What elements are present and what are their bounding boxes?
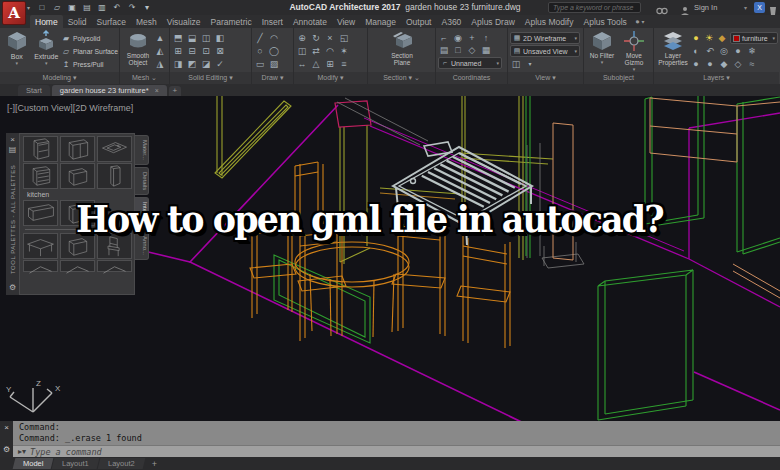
no-filter-caret-icon[interactable]: ▾ — [601, 59, 604, 65]
panel-label-draw[interactable]: Draw ▾ — [252, 72, 293, 84]
panel-label-section[interactable]: Section ▾ ⌄ — [368, 72, 435, 84]
panel-label-modify[interactable]: Modify ▾ — [294, 72, 367, 84]
extrude-button[interactable]: Extrude ▾ — [32, 30, 62, 66]
tool-layer-prev-icon[interactable]: ↶ — [704, 45, 716, 57]
tool-ucs-view-icon[interactable]: ▤ — [438, 44, 450, 56]
ribbon-tab-insert[interactable]: Insert — [257, 15, 288, 28]
palette-tool-cabinet-tall[interactable] — [23, 136, 58, 162]
exchange-apps-icon[interactable]: X — [754, 2, 765, 13]
command-history[interactable]: Command:Command: _.erase 1 found — [13, 421, 780, 445]
qat-qat-dropdown-icon[interactable]: ▾ — [141, 2, 153, 13]
user-icon[interactable] — [680, 2, 692, 13]
tool-layer-freeze-icon[interactable]: ❄ — [746, 45, 758, 57]
palette-close-icon[interactable]: × — [10, 135, 15, 145]
palette-tool-angle[interactable] — [97, 260, 132, 272]
tool-ucs-object-icon[interactable]: □ — [452, 44, 464, 56]
ribbon-tab-view[interactable]: View — [332, 15, 360, 28]
ribbon-tab-surface[interactable]: Surface — [92, 15, 131, 28]
panel-label-solid-editing[interactable]: Solid Editing ▾ — [170, 72, 251, 84]
tool-intersect-icon[interactable]: ◫ — [200, 32, 212, 44]
panel-label-subobject[interactable]: Subobject — [584, 72, 653, 84]
tool-ucs-world-icon[interactable]: ◉ — [452, 32, 464, 44]
palette-tab-details[interactable]: Details — [135, 167, 149, 195]
section-plane-button[interactable]: Section Plane — [382, 30, 422, 66]
panel-label-layers[interactable]: Layers ▾ — [654, 72, 779, 84]
tool-circle-icon[interactable]: ○ — [254, 45, 266, 57]
tool-rectangle-icon[interactable]: ▭ — [254, 58, 266, 70]
palette-tool-cabinet-base[interactable] — [60, 163, 95, 189]
ribbon-tab-parametric[interactable]: Parametric — [206, 15, 257, 28]
tool-array-icon[interactable]: ⊞ — [324, 58, 336, 70]
new-drawing-tab-icon[interactable]: + — [169, 86, 181, 96]
panel-label-coordinates[interactable]: Coordinates — [436, 72, 507, 84]
ribbon-tab-aplus-modify[interactable]: Aplus Modify — [520, 15, 579, 28]
palette-tool-angle[interactable] — [23, 260, 58, 272]
file-tab-start[interactable]: Start — [18, 85, 50, 96]
move-gizmo-button[interactable]: Move Gizmo ▾ — [618, 30, 650, 72]
tool-layer-sun-icon[interactable]: ☀ — [703, 32, 715, 44]
palette-properties-icon[interactable]: ⚙ — [9, 283, 16, 293]
qat-qnew-icon[interactable]: □ — [36, 2, 48, 13]
tool-layer-isolate-icon[interactable]: ◎ — [718, 45, 730, 57]
app-menu-button[interactable]: A — [2, 1, 26, 25]
panel-label-mesh[interactable]: Mesh ⌄ — [120, 72, 169, 84]
tool-line-icon[interactable]: ╱ — [254, 32, 266, 44]
ucs-named-combo[interactable]: ⌐ Unnamed ▾ — [438, 57, 502, 69]
tool-taper-faces-icon[interactable]: ◩ — [186, 58, 198, 70]
ribbon-tab-overflow-icon[interactable]: ⏺ ▾ — [632, 16, 649, 28]
tool-stretch-icon[interactable]: ↔ — [296, 58, 308, 70]
tool-ucs-named-icon[interactable]: ▦ — [480, 44, 492, 56]
tool-ucs-z-axis-icon[interactable]: ↑ — [480, 32, 492, 44]
ribbon-tab-mesh[interactable]: Mesh — [131, 15, 162, 28]
box-caret-icon[interactable]: ▾ — [16, 60, 19, 66]
extrude-caret-icon[interactable]: ▾ — [45, 60, 48, 66]
tool-erase-icon[interactable]: ◱ — [338, 32, 350, 44]
ribbon-tab-output[interactable]: Output — [401, 15, 437, 28]
help-search-input[interactable]: Type a keyword or phrase — [548, 2, 641, 13]
palette-tab-mater[interactable]: Mater... — [135, 135, 149, 165]
panel-label-view[interactable]: View ▾ — [508, 72, 583, 84]
tool-imprint-icon[interactable]: ⊡ — [200, 45, 212, 57]
qat-save-icon[interactable]: ▣ — [66, 2, 78, 13]
ribbon-tab-manage[interactable]: Manage — [360, 15, 401, 28]
layout-tab-layout2[interactable]: Layout2 — [98, 458, 145, 469]
tool-hatch-icon[interactable]: ▨ — [268, 58, 280, 70]
layout-tab-model[interactable]: Model — [13, 458, 54, 469]
palette-autohide-icon[interactable]: ▤ — [9, 145, 17, 155]
tool-layer-lock-icon[interactable]: ◆ — [718, 58, 730, 70]
palette-tool-cabinet-wide[interactable] — [23, 200, 58, 226]
tool-ucs-icon[interactable]: ⌐ — [438, 32, 450, 44]
tool-layer-match-icon[interactable]: ◐ — [690, 45, 702, 57]
ribbon-tab-home[interactable]: Home — [30, 15, 63, 28]
layout-tab-layout1[interactable]: Layout1 — [52, 458, 99, 469]
app-menu-caret-icon[interactable]: ▾ — [27, 4, 30, 11]
tool-check-icon[interactable]: ✓ — [214, 58, 226, 70]
ribbon-tab-annotate[interactable]: Annotate — [288, 15, 332, 28]
palette-tool-cabinet-doors[interactable] — [60, 136, 95, 162]
tool-ellipse-icon[interactable]: ◯ — [268, 45, 280, 57]
search-icon[interactable] — [656, 2, 668, 13]
qat-undo-icon[interactable]: ↶ — [111, 2, 123, 13]
box-button[interactable]: Box ▾ — [2, 30, 32, 66]
polysolid-button[interactable]: ▰ Polysolid — [61, 32, 118, 44]
tool-remove-crease-icon[interactable]: ◮ — [154, 58, 166, 70]
palette-tool-table[interactable] — [23, 233, 58, 259]
command-customize-icon[interactable]: ⚙ — [3, 446, 10, 454]
sign-in-button[interactable]: Sign In — [694, 3, 717, 12]
tool-layer-unlock-icon[interactable]: ◇ — [732, 58, 744, 70]
tool-separate-icon[interactable]: ⊟ — [186, 45, 198, 57]
tool-ucs-origin-icon[interactable]: + — [466, 32, 478, 44]
named-view-combo[interactable]: ▤ Unsaved View ▾ — [510, 45, 580, 57]
tool-scale-icon[interactable]: △ — [310, 58, 322, 70]
qat-save-as-icon[interactable]: ▤ — [81, 2, 93, 13]
qat-open-icon[interactable]: ▱ — [51, 2, 63, 13]
viewport-config-icon[interactable]: ◫ — [510, 58, 522, 70]
file-tab-document[interactable]: garden house 23 furniture* × — [52, 85, 167, 96]
ribbon-tab-solid[interactable]: Solid — [63, 15, 92, 28]
ribbon-tab-aplus-draw[interactable]: Aplus Draw — [466, 15, 519, 28]
tool-interfere-icon[interactable]: ⊠ — [214, 45, 226, 57]
tool-explode-icon[interactable]: ✶ — [338, 45, 350, 57]
layer-combo[interactable]: furniture ▾ — [730, 32, 778, 44]
viewport-controls[interactable]: [-][Custom View][2D Wireframe] — [7, 103, 133, 113]
ribbon-tab-a360[interactable]: A360 — [436, 15, 466, 28]
